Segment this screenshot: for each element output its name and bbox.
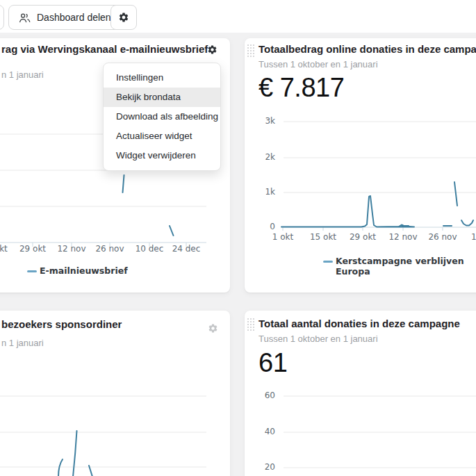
people-icon xyxy=(18,11,31,24)
x-tick-label: 29 okt xyxy=(19,244,46,254)
x-tick-label: 10 xyxy=(471,232,476,242)
menu-item-instellingen[interactable]: Instellingen xyxy=(104,68,220,88)
x-tick-label: 26 nov xyxy=(428,232,457,242)
widget-value: € 7.817 xyxy=(258,73,344,103)
widget-totaal-aantal: Totaal aantal donaties in deze campagne … xyxy=(245,311,476,476)
y-tick-label: 2k xyxy=(254,152,275,162)
widget-value: 61 xyxy=(258,348,287,378)
drag-handle-icon[interactable] xyxy=(247,318,254,331)
share-dashboard-button[interactable]: Dashboard delen xyxy=(8,5,121,30)
gear-icon xyxy=(118,12,129,23)
menu-item-actualiseer[interactable]: Actualiseer widget xyxy=(104,126,220,146)
y-tick-label: 40 xyxy=(254,427,275,436)
line-chart xyxy=(0,386,220,476)
widget-subtitle: n 1 januari xyxy=(1,338,44,348)
topbar: Dashboard delen xyxy=(0,0,476,33)
gear-icon xyxy=(207,44,218,55)
widget-context-menu: Instellingen Bekijk brondata Download al… xyxy=(103,63,221,171)
y-tick-label: 0 xyxy=(254,222,275,231)
x-tick-label: 29 okt xyxy=(350,232,376,242)
widget-title: rag via Wervingskanaal e-mailnieuwsbrief xyxy=(1,43,208,55)
menu-item-bekijk-brondata[interactable]: Bekijk brondata xyxy=(104,88,220,107)
gear-icon xyxy=(208,323,219,334)
x-tick-label: 12 nov xyxy=(57,244,85,254)
x-tick-label: 24 dec xyxy=(172,244,201,254)
share-dashboard-label: Dashboard delen xyxy=(37,12,111,23)
widget-title: Totaalbedrag online donaties in deze cam… xyxy=(258,43,476,55)
dashboard-settings-button[interactable] xyxy=(110,5,137,30)
widget-title: bezoekers sponsordiner xyxy=(1,318,122,330)
x-tick-label: 10 dec xyxy=(136,244,164,254)
x-tick-label: 15 okt xyxy=(310,232,336,242)
widget-sponsordiner: bezoekers sponsordiner n 1 januari xyxy=(0,311,230,476)
y-tick-label: 1k xyxy=(254,187,275,197)
menu-item-verwijderen[interactable]: Widget verwijderen xyxy=(104,146,220,165)
widget-title: Totaal aantal donaties in deze campagne xyxy=(258,318,460,329)
widget-subtitle: Tussen 1 oktober en 1 januari xyxy=(258,59,378,69)
legend-item[interactable]: E-mailnieuwsbrief xyxy=(40,265,128,276)
legend-swatch xyxy=(323,261,333,263)
widget-settings-button[interactable] xyxy=(208,322,219,334)
y-tick-label: 60 xyxy=(254,391,275,400)
line-chart xyxy=(245,111,476,243)
x-tick-label: 12 nov xyxy=(388,232,417,242)
widget-settings-button[interactable] xyxy=(207,44,218,55)
drag-handle-icon[interactable] xyxy=(247,44,254,57)
widget-totaalbedrag: Totaalbedrag online donaties in deze cam… xyxy=(245,38,476,293)
x-tick-label: 1 okt xyxy=(272,232,293,242)
legend-swatch xyxy=(27,270,37,272)
menu-item-download[interactable]: Download als afbeelding xyxy=(104,107,220,126)
y-tick-label: 20 xyxy=(254,462,275,472)
x-tick-label: kt xyxy=(0,244,8,254)
widget-subtitle: Tussen 1 oktober en 1 januari xyxy=(258,334,378,344)
legend-item[interactable]: Kerstcampagne verblijven Europa xyxy=(336,256,476,277)
x-tick-label: 26 nov xyxy=(95,244,124,254)
y-tick-label: 3k xyxy=(254,116,275,126)
dashboard-viewport: Dashboard delen rag via Wervingskanaal e… xyxy=(0,0,476,476)
line-chart xyxy=(245,386,476,476)
partial-button[interactable] xyxy=(0,5,4,30)
widget-subtitle: n 1 januari xyxy=(1,69,44,80)
